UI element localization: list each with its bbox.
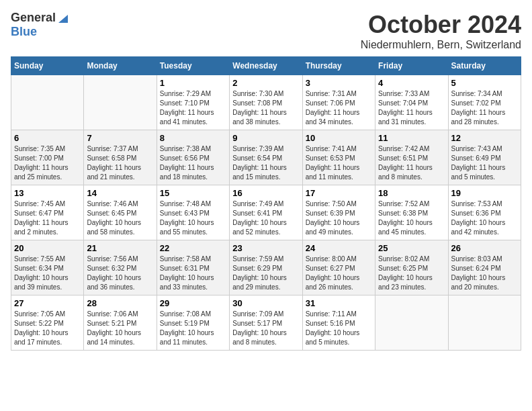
day-info: Sunrise: 7:06 AMSunset: 5:21 PMDaylight:…: [87, 310, 153, 347]
calendar-cell: 26Sunrise: 8:03 AMSunset: 6:24 PMDayligh…: [448, 240, 521, 295]
day-number: 24: [306, 243, 372, 253]
calendar-cell: [84, 75, 157, 130]
calendar-table: SundayMondayTuesdayWednesdayThursdayFrid…: [11, 56, 521, 351]
location-title: Niedermuhlern, Bern, Switzerland: [361, 39, 521, 51]
calendar-cell: 21Sunrise: 7:56 AMSunset: 6:32 PMDayligh…: [84, 240, 157, 295]
day-number: 16: [232, 188, 299, 198]
day-number: 15: [160, 188, 226, 198]
day-info: Sunrise: 7:11 AMSunset: 5:16 PMDaylight:…: [306, 310, 372, 347]
calendar-cell: 2Sunrise: 7:30 AMSunset: 7:08 PMDaylight…: [230, 75, 302, 130]
day-info: Sunrise: 7:08 AMSunset: 5:19 PMDaylight:…: [160, 310, 226, 347]
day-info: Sunrise: 7:45 AMSunset: 6:47 PMDaylight:…: [14, 199, 81, 237]
day-info: Sunrise: 7:31 AMSunset: 7:06 PMDaylight:…: [306, 89, 372, 127]
calendar-cell: 1Sunrise: 7:29 AMSunset: 7:10 PMDaylight…: [157, 75, 229, 130]
day-number: 26: [451, 243, 518, 253]
day-number: 1: [160, 78, 226, 88]
day-info: Sunrise: 7:30 AMSunset: 7:08 PMDaylight:…: [232, 89, 299, 127]
day-number: 13: [14, 188, 81, 198]
logo-general-text: General: [11, 11, 56, 25]
day-info: Sunrise: 7:56 AMSunset: 6:32 PMDaylight:…: [87, 255, 153, 292]
day-number: 7: [87, 133, 153, 143]
day-info: Sunrise: 8:00 AMSunset: 6:27 PMDaylight:…: [306, 255, 372, 292]
day-number: 29: [160, 298, 226, 308]
calendar-cell: 31Sunrise: 7:11 AMSunset: 5:16 PMDayligh…: [302, 295, 375, 351]
day-number: 25: [378, 243, 445, 253]
day-number: 19: [451, 188, 518, 198]
calendar-cell: 7Sunrise: 7:37 AMSunset: 6:58 PMDaylight…: [84, 130, 157, 185]
calendar-cell: 5Sunrise: 7:34 AMSunset: 7:02 PMDaylight…: [448, 75, 521, 130]
day-info: Sunrise: 7:34 AMSunset: 7:02 PMDaylight:…: [451, 89, 518, 127]
day-info: Sunrise: 7:48 AMSunset: 6:43 PMDaylight:…: [160, 199, 226, 237]
calendar-cell: 9Sunrise: 7:39 AMSunset: 6:54 PMDaylight…: [230, 130, 302, 185]
day-number: 10: [306, 133, 372, 143]
day-number: 4: [378, 78, 445, 88]
day-header-tuesday: Tuesday: [157, 57, 229, 75]
day-number: 14: [87, 188, 153, 198]
calendar-cell: 8Sunrise: 7:38 AMSunset: 6:56 PMDaylight…: [157, 130, 229, 185]
day-info: Sunrise: 7:49 AMSunset: 6:41 PMDaylight:…: [232, 199, 299, 237]
calendar-cell: 24Sunrise: 8:00 AMSunset: 6:27 PMDayligh…: [302, 240, 375, 295]
calendar-cell: [375, 295, 448, 351]
day-number: 5: [451, 78, 518, 88]
calendar-cell: 13Sunrise: 7:45 AMSunset: 6:47 PMDayligh…: [11, 185, 84, 240]
calendar-cell: 16Sunrise: 7:49 AMSunset: 6:41 PMDayligh…: [230, 185, 302, 240]
svg-marker-0: [58, 15, 68, 23]
day-info: Sunrise: 7:41 AMSunset: 6:53 PMDaylight:…: [306, 144, 372, 182]
day-info: Sunrise: 7:55 AMSunset: 6:34 PMDaylight:…: [14, 255, 81, 292]
day-info: Sunrise: 7:52 AMSunset: 6:38 PMDaylight:…: [378, 199, 445, 237]
calendar-week-row: 13Sunrise: 7:45 AMSunset: 6:47 PMDayligh…: [11, 185, 521, 240]
day-number: 11: [378, 133, 445, 143]
day-number: 30: [232, 298, 299, 308]
day-number: 20: [14, 243, 81, 253]
day-header-friday: Friday: [375, 57, 448, 75]
day-number: 31: [306, 298, 372, 308]
day-number: 17: [306, 188, 372, 198]
day-info: Sunrise: 7:39 AMSunset: 6:54 PMDaylight:…: [232, 144, 299, 182]
day-info: Sunrise: 7:37 AMSunset: 6:58 PMDaylight:…: [87, 144, 153, 182]
calendar-cell: 15Sunrise: 7:48 AMSunset: 6:43 PMDayligh…: [157, 185, 229, 240]
calendar-cell: 20Sunrise: 7:55 AMSunset: 6:34 PMDayligh…: [11, 240, 84, 295]
calendar-cell: [11, 75, 84, 130]
day-header-saturday: Saturday: [448, 57, 521, 75]
calendar-week-row: 27Sunrise: 7:05 AMSunset: 5:22 PMDayligh…: [11, 295, 521, 351]
day-header-wednesday: Wednesday: [230, 57, 302, 75]
month-title: October 2024: [361, 11, 521, 39]
calendar-cell: 6Sunrise: 7:35 AMSunset: 7:00 PMDaylight…: [11, 130, 84, 185]
calendar-cell: 25Sunrise: 8:02 AMSunset: 6:25 PMDayligh…: [375, 240, 448, 295]
day-number: 18: [378, 188, 445, 198]
day-info: Sunrise: 7:46 AMSunset: 6:45 PMDaylight:…: [87, 199, 153, 237]
calendar-cell: 18Sunrise: 7:52 AMSunset: 6:38 PMDayligh…: [375, 185, 448, 240]
day-info: Sunrise: 7:09 AMSunset: 5:17 PMDaylight:…: [232, 310, 299, 347]
day-info: Sunrise: 7:35 AMSunset: 7:00 PMDaylight:…: [14, 144, 81, 182]
calendar-cell: [448, 295, 521, 351]
day-info: Sunrise: 8:02 AMSunset: 6:25 PMDaylight:…: [378, 255, 445, 292]
calendar-cell: 29Sunrise: 7:08 AMSunset: 5:19 PMDayligh…: [157, 295, 229, 351]
day-number: 3: [306, 78, 372, 88]
day-header-monday: Monday: [84, 57, 157, 75]
day-info: Sunrise: 7:43 AMSunset: 6:49 PMDaylight:…: [451, 144, 518, 182]
day-info: Sunrise: 7:50 AMSunset: 6:39 PMDaylight:…: [306, 199, 372, 237]
page-header: General Blue October 2024 Niedermuhlern,…: [11, 11, 521, 51]
day-info: Sunrise: 7:38 AMSunset: 6:56 PMDaylight:…: [160, 144, 226, 182]
day-info: Sunrise: 7:33 AMSunset: 7:04 PMDaylight:…: [378, 89, 445, 127]
day-number: 28: [87, 298, 153, 308]
calendar-week-row: 1Sunrise: 7:29 AMSunset: 7:10 PMDaylight…: [11, 75, 521, 130]
calendar-cell: 22Sunrise: 7:58 AMSunset: 6:31 PMDayligh…: [157, 240, 229, 295]
calendar-cell: 30Sunrise: 7:09 AMSunset: 5:17 PMDayligh…: [230, 295, 302, 351]
calendar-week-row: 20Sunrise: 7:55 AMSunset: 6:34 PMDayligh…: [11, 240, 521, 295]
day-number: 6: [14, 133, 81, 143]
calendar-cell: 3Sunrise: 7:31 AMSunset: 7:06 PMDaylight…: [302, 75, 375, 130]
day-info: Sunrise: 7:53 AMSunset: 6:36 PMDaylight:…: [451, 199, 518, 237]
day-number: 22: [160, 243, 226, 253]
logo: General Blue: [11, 11, 71, 39]
calendar-cell: 17Sunrise: 7:50 AMSunset: 6:39 PMDayligh…: [302, 185, 375, 240]
calendar-cell: 19Sunrise: 7:53 AMSunset: 6:36 PMDayligh…: [448, 185, 521, 240]
calendar-cell: 11Sunrise: 7:42 AMSunset: 6:51 PMDayligh…: [375, 130, 448, 185]
day-header-thursday: Thursday: [302, 57, 375, 75]
day-number: 21: [87, 243, 153, 253]
day-info: Sunrise: 7:05 AMSunset: 5:22 PMDaylight:…: [14, 310, 81, 347]
calendar-cell: 4Sunrise: 7:33 AMSunset: 7:04 PMDaylight…: [375, 75, 448, 130]
day-number: 27: [14, 298, 81, 308]
title-area: October 2024 Niedermuhlern, Bern, Switze…: [361, 11, 521, 51]
day-info: Sunrise: 8:03 AMSunset: 6:24 PMDaylight:…: [451, 255, 518, 292]
